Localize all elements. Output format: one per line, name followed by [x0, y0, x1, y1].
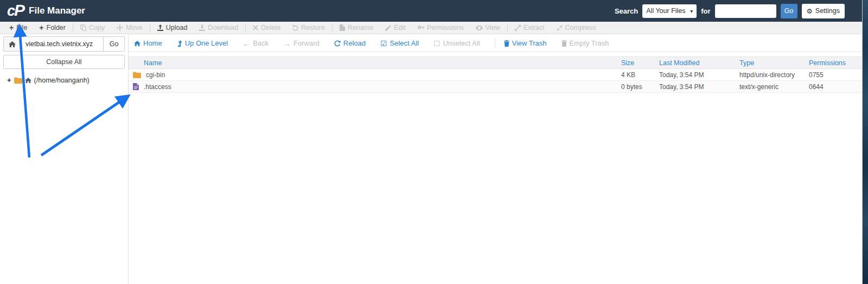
- toolbar-divider: [245, 24, 246, 31]
- restore-button-label: Restore: [301, 24, 325, 31]
- file-type: httpd/unix-directory: [739, 71, 809, 79]
- checkbox-unchecked-icon: ☐: [433, 40, 441, 47]
- navigation-toolbar: Home Up One Level ← Back → Forward Reloa…: [129, 35, 862, 52]
- file-modified: Today, 3:54 PM: [659, 71, 739, 79]
- permissions-button-label: Permissions: [427, 24, 464, 31]
- nav-back-label: Back: [253, 39, 269, 47]
- nav-forward-button[interactable]: → Forward: [283, 39, 320, 47]
- copy-button[interactable]: Copy: [74, 24, 111, 31]
- extract-icon: [515, 25, 521, 31]
- upload-button[interactable]: Upload: [151, 24, 194, 31]
- move-button[interactable]: Move: [111, 24, 149, 31]
- path-input-group: Go: [3, 36, 125, 52]
- nav-view-trash-button[interactable]: View Trash: [504, 39, 547, 47]
- download-button[interactable]: Download: [193, 24, 244, 31]
- key-icon: [418, 24, 424, 31]
- gear-icon: ⚙: [807, 7, 813, 15]
- nav-empty-trash-button[interactable]: Empty Trash: [561, 39, 609, 47]
- table-row-cgi-bin[interactable]: cgi-bin 4 KB Today, 3:54 PM httpd/unix-d…: [129, 69, 862, 81]
- file-actions-toolbar: + File + Folder Copy Move Upload Downloa…: [0, 22, 862, 34]
- trash-icon: [561, 40, 567, 47]
- plus-icon: +: [9, 24, 14, 31]
- edit-button[interactable]: Edit: [379, 24, 412, 31]
- column-header-size[interactable]: Size: [621, 59, 659, 67]
- compress-icon: [557, 25, 563, 31]
- download-button-label: Download: [208, 24, 238, 31]
- nav-unselect-all-label: Unselect All: [443, 39, 480, 47]
- compress-button-label: Compress: [565, 24, 596, 31]
- nav-unselect-all-button[interactable]: ☐ Unselect All: [433, 39, 480, 47]
- restore-button[interactable]: Restore: [286, 24, 331, 31]
- reload-icon: [334, 40, 341, 47]
- download-icon: [199, 24, 205, 31]
- delete-button-label: Delete: [261, 24, 280, 31]
- desktop-background-strip: [862, 0, 868, 284]
- nav-back-button[interactable]: ← Back: [242, 39, 269, 47]
- nav-home-button[interactable]: Home: [134, 39, 162, 47]
- nav-up-one-level-button[interactable]: Up One Level: [177, 39, 228, 47]
- view-button-label: View: [486, 24, 500, 31]
- path-go-button[interactable]: Go: [104, 36, 125, 52]
- cpanel-logo-text: c: [7, 3, 14, 19]
- collapse-all-button[interactable]: Collapse All: [3, 55, 125, 69]
- permissions-button[interactable]: Permissions: [412, 24, 470, 31]
- home-path-button[interactable]: [3, 36, 21, 52]
- file-name: .htaccess: [144, 83, 171, 91]
- nav-select-all-button[interactable]: ☑ Select All: [380, 39, 419, 47]
- arrow-left-icon: ←: [242, 40, 250, 47]
- file-permissions: 0644: [809, 83, 862, 91]
- toolbar-divider: [332, 24, 333, 31]
- extract-button[interactable]: Extract: [509, 24, 551, 31]
- pencil-icon: [385, 25, 391, 31]
- sidebar: Go Collapse All + (/home/hoanganh): [0, 35, 129, 284]
- home-icon: [25, 78, 31, 83]
- app-header: cP File Manager Search All Your Files ▾ …: [0, 0, 862, 22]
- nav-up-one-level-label: Up One Level: [185, 39, 228, 47]
- search-go-button[interactable]: Go: [781, 4, 797, 18]
- file-name-cell: cgi-bin: [129, 71, 621, 79]
- toolbar-divider: [495, 39, 495, 48]
- column-header-last-modified[interactable]: Last Modified: [659, 59, 739, 67]
- move-icon: [117, 24, 123, 31]
- toolbar-divider: [150, 24, 150, 31]
- folder-button[interactable]: + Folder: [33, 24, 72, 31]
- column-header-name[interactable]: Name: [129, 59, 621, 67]
- arrow-right-icon: →: [283, 40, 291, 47]
- settings-button[interactable]: ⚙ Settings: [802, 4, 845, 18]
- file-modified: Today, 3:54 PM: [659, 83, 739, 91]
- rename-button[interactable]: Rename: [334, 24, 379, 31]
- file-size: 0 bytes: [621, 83, 659, 91]
- column-header-type[interactable]: Type: [739, 59, 809, 67]
- path-input[interactable]: [21, 36, 104, 52]
- settings-label: Settings: [815, 7, 840, 15]
- nav-reload-button[interactable]: Reload: [334, 39, 366, 47]
- page-title: File Manager: [29, 5, 85, 16]
- nav-select-all-label: Select All: [390, 39, 419, 47]
- delete-button[interactable]: Delete: [247, 24, 286, 31]
- file-button[interactable]: + File: [3, 24, 33, 31]
- delete-x-icon: [253, 25, 258, 30]
- compress-button[interactable]: Compress: [551, 24, 602, 31]
- expand-plus-icon[interactable]: +: [7, 76, 11, 84]
- nav-view-trash-label: View Trash: [512, 39, 547, 47]
- nav-forward-label: Forward: [293, 39, 320, 47]
- tree-item-home-directory[interactable]: + (/home/hoanganh): [3, 76, 125, 84]
- file-name: cgi-bin: [146, 71, 165, 79]
- table-row-htaccess[interactable]: .htaccess 0 bytes Today, 3:54 PM text/x-…: [129, 81, 862, 93]
- file-type: text/x-generic: [739, 83, 809, 91]
- plus-icon: +: [39, 24, 43, 31]
- extract-button-label: Extract: [524, 24, 545, 31]
- nav-reload-label: Reload: [343, 39, 366, 47]
- search-scope-select[interactable]: All Your Files ▾: [642, 4, 697, 18]
- search-input[interactable]: [715, 4, 776, 18]
- column-header-permissions[interactable]: Permissions: [809, 59, 862, 67]
- cpanel-logo[interactable]: cP: [7, 1, 24, 20]
- toolbar-divider: [507, 24, 508, 31]
- content-area: Go Collapse All + (/home/hoanganh) Home …: [0, 35, 862, 284]
- home-icon: [134, 41, 141, 46]
- document-icon: [340, 24, 345, 31]
- move-button-label: Move: [126, 24, 143, 31]
- view-button[interactable]: View: [470, 24, 506, 31]
- trash-icon: [504, 40, 509, 47]
- file-icon: [133, 83, 139, 90]
